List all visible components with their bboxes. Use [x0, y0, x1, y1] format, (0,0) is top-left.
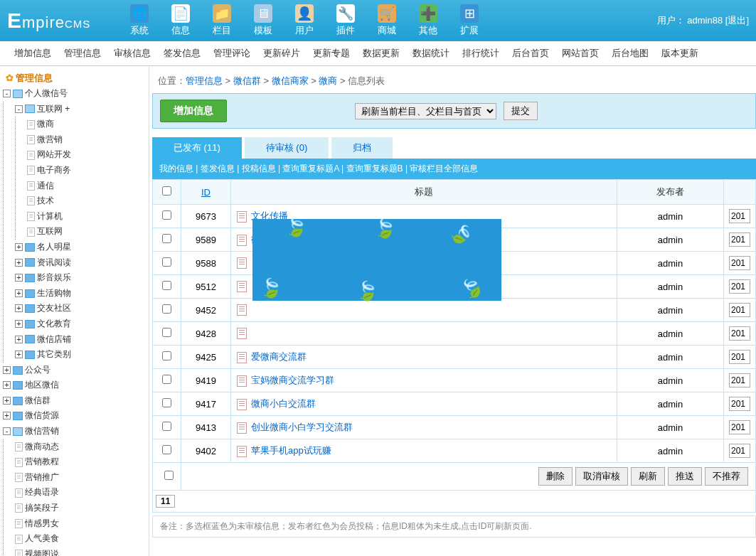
table-row: 9402苹果手机app试玩赚admin [153, 439, 756, 463]
submenu-审核信息[interactable]: 审核信息 [114, 47, 151, 60]
date-input[interactable] [729, 279, 750, 294]
breadcrumb: 位置：管理信息 > 微信群 > 微信商家 > 微商 > 信息列表 [152, 72, 756, 90]
doc-icon [237, 375, 247, 387]
topnav-扩展[interactable]: ⊞扩展 [449, 1, 490, 40]
topnav-插件[interactable]: 🔧插件 [325, 1, 366, 40]
action-刷新[interactable]: 刷新 [631, 467, 665, 486]
row-checkbox[interactable] [162, 422, 171, 431]
submenu-后台首页[interactable]: 后台首页 [512, 47, 549, 60]
submenu-版本更新[interactable]: 版本更新 [661, 47, 698, 60]
submenu-管理评论[interactable]: 管理评论 [213, 47, 250, 60]
date-input[interactable] [729, 209, 750, 223]
col-id[interactable]: ID [201, 187, 211, 198]
doc-icon [237, 235, 247, 246]
user-name: admin88 [687, 15, 723, 26]
date-input[interactable] [729, 397, 750, 411]
overlay-image: 🍃 🍃 🍃 🍃 🍃 🍃 [252, 219, 501, 301]
doc-icon [237, 211, 247, 223]
row-checkbox[interactable] [162, 351, 171, 360]
user-area: 用户： admin88 [退出] [657, 14, 749, 27]
row-title-link[interactable]: 爱微商交流群 [251, 351, 307, 362]
submenu-后台地图[interactable]: 后台地图 [612, 47, 649, 60]
table-row: 9417微商小白交流群admin [153, 392, 756, 416]
date-input[interactable] [729, 420, 750, 434]
submenu-更新专题[interactable]: 更新专题 [313, 47, 350, 60]
checkbox-all[interactable] [162, 186, 171, 196]
submenu-增加信息[interactable]: 增加信息 [14, 47, 51, 60]
date-input[interactable] [729, 373, 750, 387]
submenu-网站首页[interactable]: 网站首页 [562, 47, 599, 60]
content-area: 位置：管理信息 > 微信群 > 微信商家 > 微商 > 信息列表 增加信息 刷新… [149, 66, 756, 556]
row-title-link[interactable]: 创业微商小白学习交流群 [251, 422, 353, 432]
date-input[interactable] [729, 256, 750, 270]
date-input[interactable] [729, 232, 750, 247]
date-input[interactable] [729, 350, 750, 364]
row-checkbox[interactable] [162, 398, 171, 407]
topnav-模板[interactable]: 🖥模板 [243, 1, 284, 40]
row-checkbox[interactable] [162, 257, 171, 267]
table-row: 9413创业微商小白学习交流群admin [153, 416, 756, 439]
page-number[interactable]: 11 [156, 495, 175, 508]
col-title: 标题 [415, 186, 433, 197]
action-删除[interactable]: 删除 [538, 467, 573, 486]
action-推送[interactable]: 推送 [668, 467, 702, 486]
topnav-商城[interactable]: 🛒商城 [366, 1, 408, 40]
top-header: EmpireCMS 🌐系统📄信息📁栏目🖥模板👤用户🔧插件🛒商城➕其他⊞扩展 用户… [0, 0, 756, 41]
table-row: 9419宝妈微商交流学习群admin [153, 369, 756, 392]
submit-button[interactable]: 提交 [504, 102, 538, 120]
sidebar-title: 管理信息 [3, 70, 146, 86]
row-checkbox[interactable] [162, 281, 171, 290]
row-checkbox[interactable] [162, 304, 171, 314]
row-title-link[interactable]: 微商小白交流群 [251, 398, 316, 409]
tree-root: -个人微信号-互联网 +微商微营销网站开发电子商务通信技术计算机互联网+名人明星… [3, 86, 146, 556]
doc-icon [237, 304, 247, 316]
topnav-栏目[interactable]: 📁栏目 [201, 1, 243, 40]
date-input[interactable] [729, 326, 750, 341]
date-input[interactable] [729, 444, 750, 458]
date-input[interactable] [729, 303, 750, 317]
row-title-link[interactable]: 苹果手机app试玩赚 [251, 445, 331, 456]
col-author: 发布者 [656, 186, 684, 197]
submenu-管理信息[interactable]: 管理信息 [64, 47, 101, 60]
note-text: 备注：多选框蓝色为未审核信息；发布者红色为会员投稿；信息ID粗体为未生成,点击I… [152, 515, 756, 538]
doc-icon [237, 328, 247, 339]
tab-archived[interactable]: 归档 [331, 137, 393, 159]
logo: EmpireCMS [7, 9, 90, 33]
sidebar: 管理信息 -个人微信号-互联网 +微商微营销网站开发电子商务通信技术计算机互联网… [0, 66, 149, 556]
row-checkbox[interactable] [162, 234, 171, 243]
submenu-数据更新[interactable]: 数据更新 [363, 47, 400, 60]
user-label: 用户： [657, 15, 685, 26]
doc-icon [237, 422, 247, 434]
top-nav: 🌐系统📄信息📁栏目🖥模板👤用户🔧插件🛒商城➕其他⊞扩展 [119, 1, 490, 40]
action-bar: 增加信息 刷新当前栏目、父栏目与首页 提交 [152, 93, 756, 129]
table-row: 9452admin [153, 299, 756, 322]
table-row: 9425爱微商交流群admin [153, 346, 756, 369]
topnav-信息[interactable]: 📄信息 [160, 1, 201, 40]
tab-published[interactable]: 已发布 (11) [152, 137, 242, 159]
tab-pending[interactable]: 待审核 (0) [245, 137, 329, 159]
action-取消审核[interactable]: 取消审核 [575, 467, 628, 486]
row-title-link[interactable]: 宝妈微商交流学习群 [251, 375, 334, 385]
doc-icon [237, 399, 247, 410]
row-checkbox[interactable] [162, 210, 171, 220]
filter-bar: 我的信息 | 签发信息 | 投稿信息 | 查询重复标题A | 查询重复标题B |… [152, 159, 756, 179]
add-button[interactable]: 增加信息 [160, 100, 227, 122]
doc-icon [237, 352, 247, 363]
row-checkbox[interactable] [162, 445, 171, 454]
row-checkbox[interactable] [162, 328, 171, 337]
topnav-其他[interactable]: ➕其他 [408, 1, 449, 40]
submenu-更新碎片[interactable]: 更新碎片 [263, 47, 300, 60]
checkbox-footer[interactable] [164, 471, 174, 480]
table-row: 9428admin [153, 322, 756, 346]
submenu-签发信息[interactable]: 签发信息 [164, 47, 201, 60]
refresh-select[interactable]: 刷新当前栏目、父栏目与首页 [355, 103, 496, 119]
action-不推荐[interactable]: 不推荐 [705, 467, 748, 486]
pagination: 11 [152, 491, 756, 513]
doc-icon [237, 257, 247, 269]
topnav-系统[interactable]: 🌐系统 [119, 1, 160, 40]
submenu-数据统计[interactable]: 数据统计 [412, 47, 449, 60]
logout-link[interactable]: [退出] [725, 15, 749, 26]
row-checkbox[interactable] [162, 375, 171, 384]
submenu-排行统计[interactable]: 排行统计 [462, 47, 499, 60]
topnav-用户[interactable]: 👤用户 [284, 1, 325, 40]
